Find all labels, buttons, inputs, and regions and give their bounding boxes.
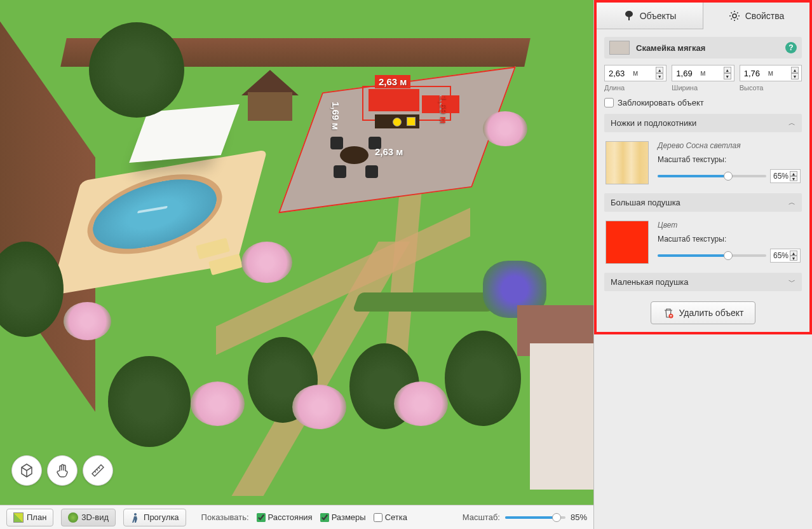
legs-material-name: Дерево Сосна светлая xyxy=(658,141,801,150)
svg-point-1 xyxy=(625,11,633,17)
length-label: Длина xyxy=(604,84,667,92)
gear-icon xyxy=(729,10,740,22)
dim-label-right: 1,69 м xyxy=(438,95,449,123)
width-down[interactable]: ▼ xyxy=(724,73,731,79)
measure-tool-button[interactable] xyxy=(83,455,113,486)
move-handle[interactable] xyxy=(393,118,402,127)
svg-rect-2 xyxy=(628,17,630,20)
legs-texture-slider[interactable] xyxy=(658,175,766,177)
walk-icon xyxy=(130,512,140,523)
sizes-checkbox[interactable]: Размеры xyxy=(320,512,366,522)
tree-icon xyxy=(623,10,635,22)
scene: 2,63 м 2,63 м 1,69 м 1,69 м xyxy=(0,0,593,505)
plan-mode-button[interactable]: План xyxy=(6,509,53,526)
texture-scale-label: Масштаб текстуры: xyxy=(658,235,801,244)
length-up[interactable]: ▲ xyxy=(656,67,663,73)
svg-point-0 xyxy=(134,513,137,516)
dim-label-top: 2,63 м xyxy=(375,75,410,88)
height-label: Высота xyxy=(740,84,802,92)
width-input[interactable]: м ▲▼ xyxy=(672,65,734,81)
svg-point-3 xyxy=(733,14,736,18)
legs-texture-value[interactable]: 65% ▲▼ xyxy=(770,169,801,183)
help-button[interactable]: ? xyxy=(785,42,797,53)
trash-icon xyxy=(663,307,674,319)
scale-value: 85% xyxy=(571,512,587,522)
ruler-icon xyxy=(90,463,105,478)
object-name: Скамейка мягкая xyxy=(636,43,779,53)
height-down[interactable]: ▼ xyxy=(791,73,799,79)
section-small-pillow[interactable]: Маленькая подушка﹀ xyxy=(604,273,802,291)
bottom-toolbar: План 3D-вид Прогулка Показывать: Расстоя… xyxy=(0,505,593,529)
length-down[interactable]: ▼ xyxy=(656,73,663,79)
length-input[interactable]: м ▲▼ xyxy=(604,65,667,81)
hand-icon xyxy=(55,463,70,478)
3d-viewport[interactable]: 2,63 м 2,63 м 1,69 м 1,69 м xyxy=(0,0,593,505)
pillow-material-name: Цвет xyxy=(658,221,801,230)
height-input[interactable]: м ▲▼ xyxy=(740,65,802,81)
properties-panel: Объекты Свойства Скамейка мягкая ? м ▲▼ xyxy=(593,0,812,529)
section-legs[interactable]: Ножки и подлокотники︿ xyxy=(604,114,802,132)
dim-label-left: 1,69 м xyxy=(330,102,341,130)
pillow-texture-value[interactable]: 65% ▲▼ xyxy=(770,249,801,263)
texture-scale-label: Масштаб текстуры: xyxy=(658,155,801,164)
width-up[interactable]: ▲ xyxy=(724,67,731,73)
show-label: Показывать: xyxy=(201,512,249,522)
3dview-icon xyxy=(68,512,78,523)
scale-slider[interactable] xyxy=(505,516,565,519)
pan-tool-button[interactable] xyxy=(47,455,78,486)
object-thumbnail xyxy=(609,41,630,55)
tab-properties[interactable]: Свойства xyxy=(703,3,809,29)
gazebo xyxy=(241,70,299,121)
pillow-color-swatch[interactable] xyxy=(606,221,649,264)
distances-checkbox[interactable]: Расстояния xyxy=(257,512,313,522)
cube-icon xyxy=(19,463,34,478)
section-big-pillow[interactable]: Большая подушка︿ xyxy=(604,193,802,212)
tab-objects[interactable]: Объекты xyxy=(597,3,703,29)
dim-label-bottom: 2,63 м xyxy=(375,146,403,157)
orbit-tool-button[interactable] xyxy=(11,455,42,486)
chevron-up-icon: ︿ xyxy=(788,198,795,207)
lock-object-checkbox[interactable]: Заблокировать объект xyxy=(604,98,802,107)
width-label: Ширина xyxy=(672,84,734,92)
chevron-up-icon: ︿ xyxy=(788,118,795,128)
legs-material-swatch[interactable] xyxy=(606,141,649,184)
delete-object-button[interactable]: Удалить объект xyxy=(651,301,756,324)
pillow-texture-slider[interactable] xyxy=(658,254,766,257)
walk-mode-button[interactable]: Прогулка xyxy=(123,509,186,526)
object-header: Скамейка мягкая ? xyxy=(604,37,802,58)
chevron-down-icon: ﹀ xyxy=(788,277,795,287)
scale-label: Масштаб: xyxy=(463,512,500,522)
3d-mode-button[interactable]: 3D-вид xyxy=(61,509,116,526)
plan-icon xyxy=(13,512,24,523)
grid-checkbox[interactable]: Сетка xyxy=(374,512,407,522)
rotate-handle[interactable] xyxy=(407,117,416,126)
height-up[interactable]: ▲ xyxy=(791,67,799,73)
